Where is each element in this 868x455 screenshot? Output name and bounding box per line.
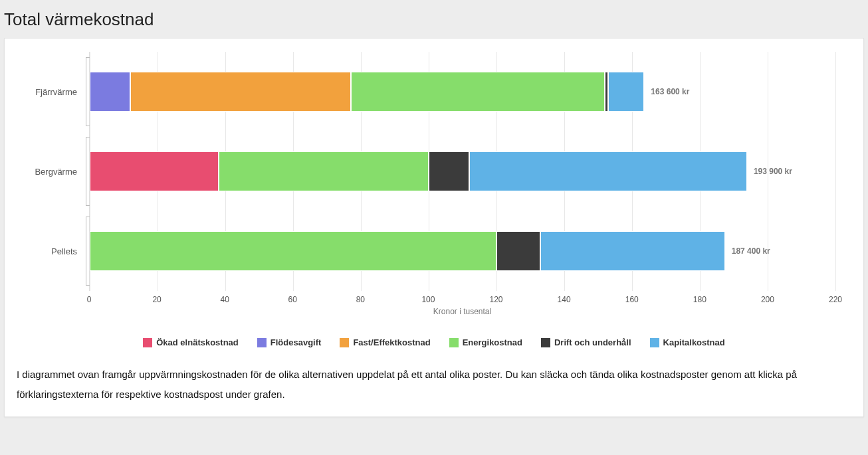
x-tick: 20 [152, 295, 161, 304]
legend-label: Drift och underhåll [554, 337, 631, 347]
grid-line [835, 52, 836, 291]
bar-segment[interactable] [130, 72, 351, 112]
legend-item[interactable]: Drift och underhåll [541, 337, 631, 347]
bar-segment[interactable] [219, 151, 429, 191]
legend-item[interactable]: Fast/Effektkostnad [340, 337, 430, 347]
x-tick: 200 [761, 295, 774, 304]
x-axis-label: Kronor i tusental [89, 307, 835, 316]
legend-swatch [143, 338, 152, 347]
y-axis-label: Fjärrvärme [35, 87, 77, 97]
legend-swatch [257, 338, 267, 347]
x-tick: 0 [87, 295, 92, 304]
y-axis-label: Pellets [51, 246, 77, 256]
bar-total-label: 163 600 kr [651, 87, 689, 96]
bar-row: 187 400 kr [90, 231, 835, 271]
x-tick: 180 [693, 295, 706, 304]
x-tick: 40 [220, 295, 229, 304]
chart: FjärrvärmeBergvärmePellets 163 600 kr193… [13, 52, 855, 318]
legend-label: Energikostnad [463, 337, 522, 347]
legend-label: Flödesavgift [271, 337, 322, 347]
bar-row: 193 900 kr [90, 151, 835, 191]
bar-segment[interactable] [469, 151, 747, 191]
x-tick: 160 [625, 295, 639, 304]
x-tick: 80 [356, 295, 365, 304]
bar-segment[interactable] [90, 72, 130, 112]
legend-item[interactable]: Kapitalkostnad [650, 337, 725, 347]
page-title: Total värmekostnad [0, 0, 868, 38]
legend-swatch [340, 338, 349, 347]
bar-segment[interactable] [429, 151, 469, 191]
legend-label: Fast/Effektkostnad [353, 337, 430, 347]
bar-segment[interactable] [351, 72, 605, 112]
bar-segment[interactable] [90, 231, 496, 271]
x-tick: 140 [558, 295, 571, 304]
x-tick: 60 [288, 295, 297, 304]
x-tick: 220 [829, 295, 842, 304]
legend-label: Kapitalkostnad [663, 337, 725, 347]
chart-card: FjärrvärmeBergvärmePellets 163 600 kr193… [4, 38, 864, 417]
chart-legend: Ökad elnätskostnadFlödesavgiftFast/Effek… [13, 337, 855, 350]
bar-segment[interactable] [90, 151, 219, 191]
bar-total-label: 193 900 kr [754, 167, 792, 176]
bar-row: 163 600 kr [90, 72, 835, 112]
y-axis-label: Bergvärme [35, 167, 77, 177]
bar-segment[interactable] [496, 231, 540, 271]
chart-description: I diagrammet ovan framgår uppvärmningsko… [13, 365, 855, 405]
legend-item[interactable]: Flödesavgift [257, 337, 322, 347]
bar-segment[interactable] [540, 231, 724, 271]
legend-swatch [449, 338, 459, 347]
legend-item[interactable]: Energikostnad [449, 337, 522, 347]
legend-swatch [541, 338, 550, 347]
legend-item[interactable]: Ökad elnätskostnad [143, 337, 239, 347]
legend-label: Ökad elnätskostnad [156, 337, 239, 347]
x-tick: 120 [490, 295, 503, 304]
bar-total-label: 187 400 kr [732, 246, 770, 256]
legend-swatch [650, 338, 659, 347]
bar-segment[interactable] [608, 72, 644, 112]
x-tick: 100 [421, 295, 435, 304]
